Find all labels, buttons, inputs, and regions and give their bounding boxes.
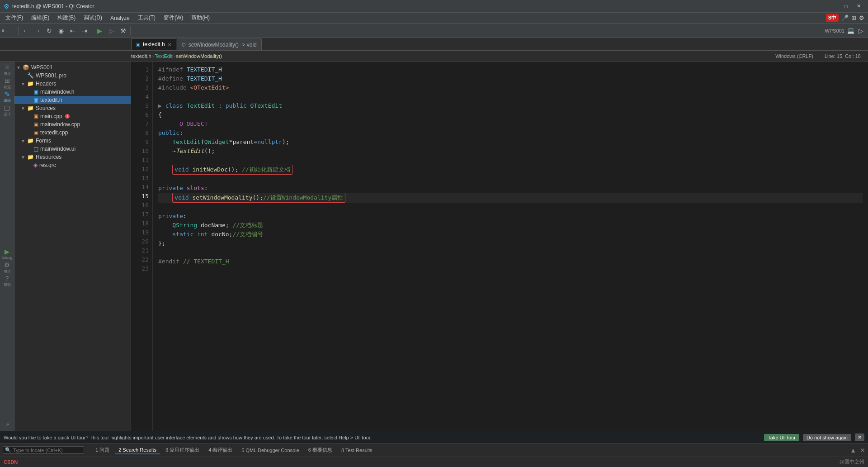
tree-item-pro[interactable]: 🔧 WPS001.pro xyxy=(14,71,131,80)
tree-arrow-root: ▼ xyxy=(16,65,21,70)
locate-input-wrapper[interactable]: 🔍 xyxy=(3,446,84,454)
ln-17: 17 xyxy=(131,210,149,219)
pro-icon: 🔧 xyxy=(27,72,34,79)
encoding-label: Windows (CRLF) xyxy=(775,53,813,59)
mic-icon[interactable]: 🎤 xyxy=(841,14,849,21)
tree-item-headers[interactable]: ▼ 📁 Headers xyxy=(14,80,131,88)
bottom-tab-app-output[interactable]: 3 应用程序输出 xyxy=(162,446,203,454)
bottom-tab-summary[interactable]: 6 概要信息 xyxy=(305,446,336,454)
ln-7: 7 xyxy=(131,119,149,129)
ln-8: 8 xyxy=(131,129,149,138)
sidebar-item-edit[interactable]: ✎ 编辑 xyxy=(1,91,14,103)
header-file-icon: ▣ xyxy=(136,42,140,47)
sidebar-item-design[interactable]: ◫ 设计 xyxy=(1,104,14,117)
cpp-icon-3: ▣ xyxy=(33,129,38,136)
ln-10: 10 xyxy=(131,147,149,156)
tab-close-textedit[interactable]: ✕ xyxy=(168,42,171,47)
code-line-12: void initNewDoc(); //初始化新建文档 xyxy=(158,165,863,175)
bottom-tab-search-results[interactable]: 2 Search Results xyxy=(115,446,160,454)
menu-debug[interactable]: 调试(D) xyxy=(80,13,106,23)
tree-root[interactable]: ▼ 📦 WPS001 xyxy=(14,63,131,71)
tree-item-mainwindow-h[interactable]: ▣ mainwindow.h xyxy=(14,88,131,96)
code-line-14: private slots: xyxy=(158,184,863,193)
textedit-h-icon: ▣ xyxy=(33,97,38,103)
tree-item-textedit-h[interactable]: ▣ textedit.h xyxy=(14,96,131,104)
sidebar-item-help[interactable]: ? 帮助 xyxy=(1,275,14,287)
back-button[interactable]: ← xyxy=(20,25,31,36)
locate-input[interactable] xyxy=(13,448,76,453)
sidebar-item-bottom[interactable]: ↗ xyxy=(1,418,14,431)
tree-item-textedit-cpp[interactable]: ▣ textedit.cpp xyxy=(14,129,131,137)
expand-panel-icon[interactable]: ▲ xyxy=(850,447,856,454)
code-content[interactable]: #ifndef TEXTEDIT_H #define TEXTEDIT_H #i… xyxy=(153,62,868,431)
snapshot-button[interactable]: ◉ xyxy=(56,25,66,36)
no-show-again-button[interactable]: Do not show again xyxy=(803,434,851,441)
ln-18: 18 xyxy=(131,219,149,228)
menu-build[interactable]: 构建(B) xyxy=(54,13,79,23)
project-icon: ≡ xyxy=(5,63,9,71)
loc-file: textedit.h xyxy=(131,53,151,59)
tree-item-resources[interactable]: ▼ 📁 Resources xyxy=(14,153,131,161)
sidebar-item-welcome[interactable]: ⊞ 欢迎 xyxy=(1,77,14,90)
menu-tools[interactable]: 工具(T) xyxy=(134,13,159,23)
tab-label-textedit: textedit.h xyxy=(143,41,165,48)
ln-2: 2 xyxy=(131,74,149,83)
sidebar-item-debug[interactable]: ▶ Debug xyxy=(1,248,14,260)
menu-analyze[interactable]: Analyze xyxy=(107,14,133,22)
grid-icon[interactable]: ⊞ xyxy=(851,14,856,21)
window-title: textedit.h @ WPS001 - Qt Creator xyxy=(12,3,94,10)
main-cpp-badge: ! xyxy=(65,114,70,119)
menu-file[interactable]: 文件(F) xyxy=(2,13,27,23)
close-panel-icon[interactable]: ✕ xyxy=(860,447,865,454)
tree-item-mainwindow-cpp[interactable]: ▣ mainwindow.cpp xyxy=(14,120,131,129)
maximize-button[interactable]: □ xyxy=(840,2,852,11)
code-editor[interactable]: 1 2 3 4 5 6 7 8 9 10 11 12 13 14 15 16 1… xyxy=(131,62,868,431)
tree-item-sources[interactable]: ▼ 📁 Sources xyxy=(14,104,131,112)
menu-help[interactable]: 帮助(H) xyxy=(188,13,213,23)
prev-button[interactable]: ⇤ xyxy=(67,25,78,36)
info-close-button[interactable]: ✕ xyxy=(855,434,864,441)
sidebar-item-projects[interactable]: ⚙ 项目 xyxy=(1,261,14,274)
csdn-link: @国中之州 xyxy=(840,458,864,465)
resources-icon: 📁 xyxy=(27,154,34,160)
sidebar-item-project[interactable]: ≡ 项目 xyxy=(1,63,14,76)
loc-class: TextEdit xyxy=(155,53,172,59)
run-button[interactable]: ▶ xyxy=(94,25,105,36)
tab-textedit-h[interactable]: ▣ textedit.h ✕ xyxy=(131,38,176,50)
bottom-tab-problems[interactable]: 1 问题 xyxy=(92,446,113,454)
sources-label: Sources xyxy=(36,105,56,111)
code-line-10: ~TextEdit(); xyxy=(158,147,863,156)
code-line-15: void setWindowModality();//设置WindowModal… xyxy=(158,193,863,203)
build-button[interactable]: ⚒ xyxy=(118,25,128,36)
bottom-tab-test[interactable]: 8 Test Results xyxy=(338,447,376,454)
tab-setwindowmodality[interactable]: ⬡ setWindowModality() -> void xyxy=(177,38,262,50)
info-message: Would you like to take a quick UI tour? … xyxy=(4,435,760,440)
tree-item-mainwindow-ui[interactable]: ◫ mainwindow.ui xyxy=(14,145,131,153)
code-line-3: #include <QTextEdit> xyxy=(158,83,863,92)
bottom-tab-qml-debug[interactable]: 5 QML Debugger Console xyxy=(238,447,302,454)
menu-window[interactable]: 窗件(W) xyxy=(160,13,187,23)
close-button[interactable]: ✕ xyxy=(853,2,864,11)
debug-run-button[interactable]: ▷ xyxy=(106,25,117,36)
status-bar: CSDN @国中之州 xyxy=(0,456,868,467)
welcome-icon: ⊞ xyxy=(5,77,10,84)
ln-14: 14 xyxy=(131,183,149,192)
ui-icon: ◫ xyxy=(33,146,38,152)
project-tree: ▼ 📦 WPS001 🔧 WPS001.pro ▼ 📁 Headers ▣ ma… xyxy=(14,62,131,431)
refresh-button[interactable]: ↻ xyxy=(44,25,55,36)
tree-item-main-cpp[interactable]: ▣ main.cpp ! xyxy=(14,112,131,120)
tree-item-res-qrc[interactable]: ◈ res.qrc xyxy=(14,161,131,169)
take-tour-button[interactable]: Take UI Tour xyxy=(764,434,799,441)
bottom-tab-compile[interactable]: 4 编译输出 xyxy=(205,446,236,454)
settings-icon[interactable]: ⚙ xyxy=(859,14,864,21)
expand-debug[interactable]: ▷ xyxy=(855,25,866,36)
next-button[interactable]: ⇥ xyxy=(79,25,90,36)
tree-item-forms[interactable]: ▼ 📁 Forms xyxy=(14,137,131,145)
forward-button[interactable]: → xyxy=(32,25,43,36)
line-col-status: Windows (CRLF) | Line: 15, Col: 18 xyxy=(775,53,868,59)
forms-label: Forms xyxy=(36,138,51,144)
menu-edit[interactable]: 编辑(E) xyxy=(28,13,53,23)
locate-sep xyxy=(88,446,88,455)
minimize-button[interactable]: — xyxy=(827,2,839,11)
pro-label: WPS001.pro xyxy=(36,72,66,79)
